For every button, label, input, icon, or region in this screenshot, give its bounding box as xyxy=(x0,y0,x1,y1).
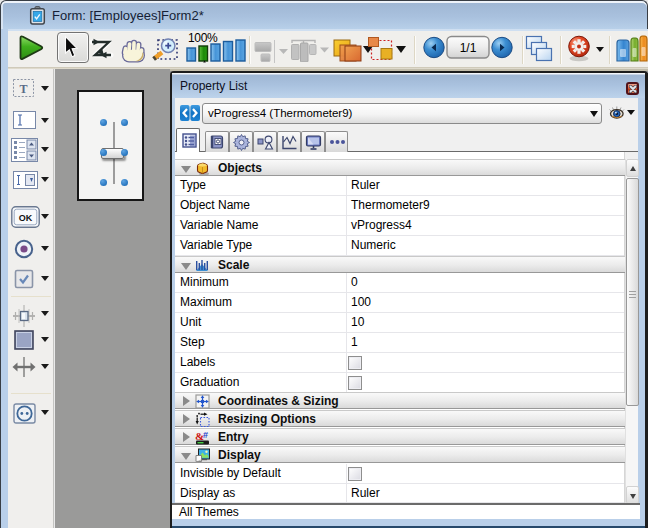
svg-text:#: # xyxy=(203,430,208,440)
svg-text:1/1: 1/1 xyxy=(460,41,477,55)
svg-text:T: T xyxy=(19,82,27,96)
svg-text:OK: OK xyxy=(19,213,33,223)
